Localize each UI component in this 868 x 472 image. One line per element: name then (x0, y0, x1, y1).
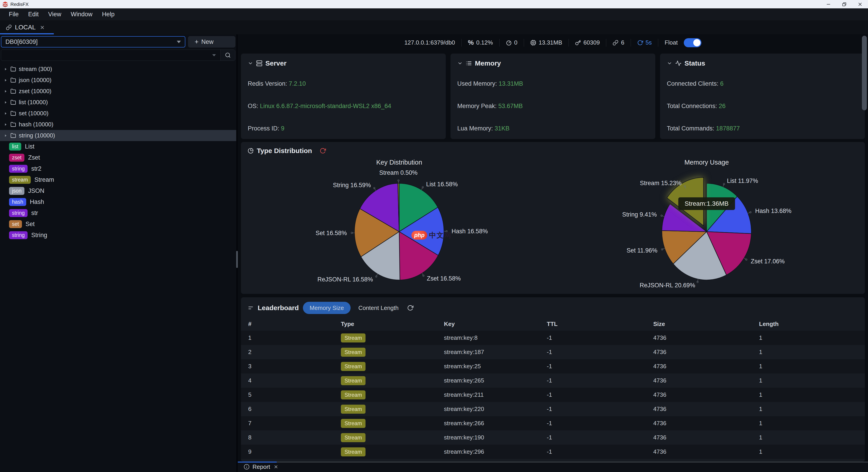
caret-right-icon[interactable] (4, 123, 8, 127)
folder-zset[interactable]: zset (10000) (0, 86, 236, 97)
close-report-tab-icon[interactable]: × (274, 464, 278, 470)
key-str2[interactable]: stringstr2 (0, 163, 236, 174)
caret-right-icon[interactable] (4, 112, 8, 116)
connection-count: 6 (613, 39, 624, 46)
key-String[interactable]: stringString (0, 230, 236, 241)
active-bottom-tab-indicator (238, 462, 277, 463)
cell-length: 1 (759, 391, 865, 398)
leaderboard-row[interactable]: 1 Stream stream:key:8 -1 4736 1 (241, 331, 865, 345)
refresh-icon[interactable] (320, 148, 326, 154)
key-label: Zset (28, 154, 40, 161)
menu-edit[interactable]: Edit (24, 11, 43, 18)
menu-window[interactable]: Window (66, 11, 97, 18)
key-Set[interactable]: setSet (0, 219, 236, 230)
close-button[interactable] (852, 0, 868, 8)
connection-tab-local[interactable]: LOCAL × (0, 20, 49, 34)
info-icon (244, 464, 250, 470)
plus-icon: + (195, 38, 199, 45)
percent-icon: % (468, 39, 474, 46)
chevron-down-icon[interactable] (212, 54, 216, 56)
caret-right-icon[interactable] (4, 89, 8, 93)
menu-file[interactable]: File (4, 11, 24, 18)
key-Zset[interactable]: zsetZset (0, 152, 236, 163)
leaderboard-row[interactable]: 8 Stream stream:key:190 -1 4736 1 (241, 431, 865, 445)
menu-help[interactable]: Help (97, 11, 119, 18)
section-title: Type Distribution (257, 147, 312, 155)
folder-json[interactable]: json (10000) (0, 74, 236, 86)
type-badge-stream: Stream (341, 433, 366, 442)
leaderboard-row[interactable]: 4 Stream stream:key:265 -1 4736 1 (241, 373, 865, 388)
auto-refresh[interactable]: 5s (637, 39, 652, 46)
cell-key: stream:key:266 (444, 420, 547, 427)
folder-stream[interactable]: stream (300) (0, 64, 236, 74)
key-Stream[interactable]: streamStream (0, 174, 236, 185)
card-status: Status Connected Clients: 6Total Connect… (660, 54, 865, 139)
key-JSON[interactable]: jsonJSON (0, 185, 236, 196)
caret-right-icon[interactable] (4, 67, 8, 71)
key-List[interactable]: listList (0, 141, 236, 152)
db-select[interactable]: DB0[60309] (1, 36, 185, 48)
info-cards-row: Server Redis Version: 7.2.10OS: Linux 6.… (241, 54, 865, 139)
menu-view[interactable]: View (43, 11, 66, 18)
vertical-scrollbar-thumb[interactable] (862, 36, 867, 110)
sidebar-resize-divider[interactable] (236, 34, 238, 472)
caret-right-icon[interactable] (4, 134, 8, 138)
caret-right-icon[interactable] (4, 78, 8, 82)
column-header-Key: Key (444, 320, 547, 327)
watermark-badge: php (411, 231, 427, 240)
leaderboard-card: Leaderboard Memory Size Content Length #… (241, 297, 865, 462)
leaderboard-row[interactable]: 7 Stream stream:key:266 -1 4736 1 (241, 416, 865, 431)
float-toggle[interactable] (684, 38, 702, 47)
search-button[interactable] (220, 50, 235, 61)
tab-memory-size[interactable]: Memory Size (303, 302, 351, 314)
refresh-icon[interactable] (407, 305, 413, 311)
stat-value: 7.2.10 (289, 80, 306, 87)
menu-bar: FileEditViewWindowHelp (0, 8, 868, 20)
redis-logo-icon (2, 1, 8, 7)
chevron-down-icon[interactable] (667, 61, 672, 66)
cell-index: 7 (248, 420, 341, 427)
pie-chart-svg: List 16.58%Hash 16.58%Zset 16.58%ReJSON-… (246, 166, 553, 289)
tab-content-length[interactable]: Content Length (358, 305, 399, 312)
restore-button[interactable] (836, 0, 852, 8)
chevron-down-icon[interactable] (248, 61, 253, 66)
watermark: php中文网 (411, 230, 452, 240)
cell-length: 1 (759, 363, 865, 370)
search-input[interactable] (1, 50, 212, 61)
cell-size: 4736 (653, 448, 759, 455)
stat-value: 53.67MB (498, 103, 523, 109)
float-label: Float (664, 39, 678, 46)
connection-tab-label: LOCAL (15, 24, 36, 31)
leaderboard-row[interactable]: 9 Stream stream:key:296 -1 4736 1 (241, 445, 865, 459)
report-tab[interactable]: Report × (238, 462, 868, 472)
caret-right-icon[interactable] (4, 100, 8, 104)
folder-string[interactable]: string (10000) (0, 130, 236, 141)
leaderboard-row[interactable]: 2 Stream stream:key:187 -1 4736 1 (241, 345, 865, 359)
chevron-down-icon (177, 41, 181, 43)
resize-handle[interactable] (236, 251, 238, 268)
leaderboard-row[interactable]: 3 Stream stream:key:25 -1 4736 1 (241, 359, 865, 373)
memory-used: 13.31MB (530, 39, 562, 46)
folder-list[interactable]: list (10000) (0, 97, 236, 108)
leaderboard-row[interactable]: 5 Stream stream:key:211 -1 4736 1 (241, 388, 865, 402)
chart-memory-usage: Memory Usage List 11.97%Hash 13.68%Zset … (553, 156, 860, 289)
leaderboard-row[interactable]: 6 Stream stream:key:220 -1 4736 1 (241, 402, 865, 416)
cell-length: 1 (759, 334, 865, 341)
key-label: str2 (31, 165, 41, 172)
close-tab-icon[interactable]: × (40, 24, 44, 31)
new-key-button[interactable]: + New (188, 36, 235, 48)
cell-index: 2 (248, 349, 341, 355)
folder-hash[interactable]: hash (10000) (0, 119, 236, 130)
stat-line: Lua Memory: 31KB (457, 125, 649, 132)
minimize-button[interactable] (820, 0, 836, 8)
folder-set[interactable]: set (10000) (0, 108, 236, 119)
chevron-down-icon[interactable] (457, 61, 463, 66)
key-str[interactable]: stringstr (0, 208, 236, 219)
card-server: Server Redis Version: 7.2.10OS: Linux 6.… (241, 54, 446, 139)
type-badge-stream: Stream (341, 390, 366, 400)
cell-length: 1 (759, 434, 865, 441)
stat-line: OS: Linux 6.6.87.2-microsoft-standard-WS… (248, 103, 439, 109)
folder-icon (10, 88, 16, 94)
key-Hash[interactable]: hashHash (0, 196, 236, 208)
column-header-Size: Size (653, 320, 759, 327)
